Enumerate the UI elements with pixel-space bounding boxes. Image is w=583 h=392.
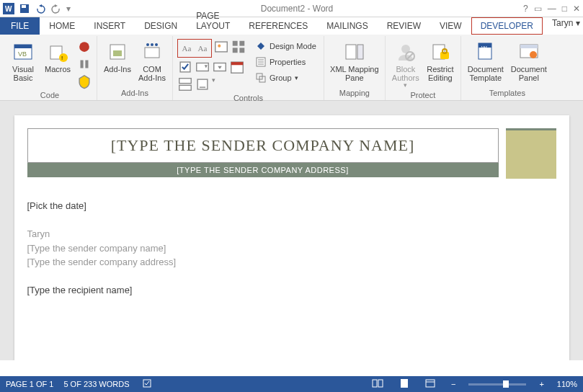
addins-button[interactable]: Add-Ins <box>102 39 133 74</box>
read-mode-button[interactable] <box>369 378 386 390</box>
zoom-level[interactable]: 110% <box>557 380 577 388</box>
web-layout-button[interactable] <box>422 378 438 390</box>
tab-view[interactable]: VIEW <box>430 17 471 35</box>
svg-text:!: ! <box>61 55 63 61</box>
svg-rect-14 <box>113 50 122 56</box>
dropdown-control-button[interactable] <box>212 59 228 75</box>
svg-text:W: W <box>5 5 12 13</box>
svg-rect-40 <box>357 45 363 59</box>
com-addins-button[interactable]: COM Add-Ins <box>136 39 168 82</box>
ribbon: VB Visual Basic ! Macros Code Add-Ins <box>0 35 583 101</box>
author-field[interactable]: Taryn <box>27 227 556 241</box>
group-templates-label: Templates <box>489 87 525 100</box>
group-templates: W Document Template Document Panel Templ… <box>461 36 553 100</box>
tab-references[interactable]: REFERENCES <box>239 17 317 35</box>
date-picker-control-button[interactable] <box>229 59 245 75</box>
group-addins: Add-Ins COM Add-Ins Add-Ins <box>97 36 173 100</box>
repeating-section-control-button[interactable] <box>177 76 193 92</box>
svg-point-17 <box>151 43 153 46</box>
design-mode-button[interactable]: Design Mode <box>252 39 319 53</box>
help-icon[interactable]: ? <box>523 4 528 14</box>
tab-mailings[interactable]: MAILINGS <box>317 17 377 35</box>
zoom-slider[interactable] <box>468 383 526 386</box>
save-icon[interactable] <box>19 3 30 14</box>
group-protect: Block Authors ▾ Restrict Editing Protect <box>386 36 461 100</box>
document-template-button[interactable]: W Document Template <box>466 39 506 82</box>
date-field[interactable]: [Pick the date] <box>27 199 556 213</box>
group-code: VB Visual Basic ! Macros Code <box>3 36 97 100</box>
svg-point-18 <box>155 43 158 46</box>
plain-text-control-button[interactable]: Aa <box>195 40 210 56</box>
recipient-field[interactable]: [Type the recipient name] <box>27 283 556 298</box>
visual-basic-button[interactable]: VB Visual Basic <box>7 39 39 82</box>
svg-rect-30 <box>179 79 192 84</box>
ribbon-tabs: FILE HOME INSERT DESIGN PAGE LAYOUT REFE… <box>0 17 583 35</box>
document-panel-label: Document Panel <box>509 65 549 82</box>
com-addins-label: COM Add-Ins <box>136 65 168 82</box>
tab-page-layout[interactable]: PAGE LAYOUT <box>187 7 239 35</box>
user-name: Taryn <box>552 18 573 28</box>
checkbox-control-button[interactable] <box>177 59 193 75</box>
group-mapping: XML Mapping Pane Mapping <box>324 36 386 100</box>
print-layout-button[interactable] <box>396 378 412 390</box>
xml-mapping-pane-button[interactable]: XML Mapping Pane <box>329 39 380 82</box>
status-bar: PAGE 1 OF 1 5 OF 233 WORDS − + 110% <box>0 376 583 392</box>
title-bar: W ▾ Document2 - Word ? ▭ — □ ✕ <box>0 0 583 17</box>
restrict-editing-label: Restrict Editing <box>424 65 456 82</box>
macros-button[interactable]: ! Macros <box>42 39 74 74</box>
legacy-tools-button[interactable] <box>195 76 210 92</box>
company-address-field[interactable]: [TYPE THE SENDER COMPANY ADDRESS] <box>27 163 499 177</box>
user-menu[interactable]: Taryn ▾ <box>543 12 583 35</box>
svg-rect-12 <box>85 61 88 68</box>
page-indicator[interactable]: PAGE 1 OF 1 <box>6 380 53 388</box>
properties-label: Properties <box>270 58 306 66</box>
tab-developer[interactable]: DEVELOPER <box>471 17 543 35</box>
macros-label: Macros <box>45 65 71 74</box>
undo-icon[interactable] <box>35 3 46 14</box>
svg-rect-55 <box>378 380 383 387</box>
rich-text-control-button[interactable]: Aa <box>179 40 195 56</box>
group-button[interactable]: Group ▾ <box>252 71 319 85</box>
redo-icon[interactable] <box>50 3 62 14</box>
spell-check-icon[interactable] <box>140 378 156 390</box>
word-count[interactable]: 5 OF 233 WORDS <box>63 380 129 388</box>
group-controls: AaAa ▾ Design <box>173 36 324 100</box>
legacy-tools-dropdown[interactable]: ▾ <box>212 76 215 92</box>
properties-button[interactable]: Properties <box>252 55 319 69</box>
svg-rect-3 <box>22 5 26 8</box>
svg-rect-57 <box>426 380 435 387</box>
sender-company-field[interactable]: [Type the sender company name] <box>27 241 556 256</box>
word-app-icon: W <box>3 3 14 14</box>
xml-mapping-label: XML Mapping Pane <box>329 65 380 82</box>
zoom-out-button[interactable]: − <box>448 380 458 388</box>
block-authors-button[interactable]: Block Authors ▾ <box>390 39 422 89</box>
block-authors-label: Block Authors <box>390 65 422 82</box>
record-macro-button[interactable] <box>76 39 92 55</box>
pause-recording-button[interactable] <box>76 56 92 72</box>
combobox-control-button[interactable] <box>195 59 210 75</box>
tab-home[interactable]: HOME <box>40 17 84 35</box>
group-label: Group <box>270 74 292 82</box>
macro-security-button[interactable] <box>76 74 92 89</box>
group-protect-label: Protect <box>410 89 435 102</box>
zoom-in-button[interactable]: + <box>536 380 546 388</box>
tab-design[interactable]: DESIGN <box>135 17 187 35</box>
company-name-field[interactable]: [TYPE THE SENDER COMPANY NAME] <box>27 128 499 163</box>
svg-text:VB: VB <box>18 50 27 58</box>
logo-placeholder[interactable] <box>506 128 556 179</box>
tab-file[interactable]: FILE <box>0 17 40 35</box>
svg-rect-26 <box>197 63 209 71</box>
sender-address-field[interactable]: [Type the sender company address] <box>27 255 556 270</box>
building-block-control-button[interactable] <box>231 39 246 55</box>
picture-control-button[interactable] <box>213 39 229 55</box>
addins-label: Add-Ins <box>104 65 131 74</box>
tab-insert[interactable]: INSERT <box>84 17 135 35</box>
ribbon-display-icon[interactable]: ▭ <box>534 4 542 14</box>
tab-review[interactable]: REVIEW <box>378 17 430 35</box>
group-addins-label: Add-Ins <box>121 87 148 100</box>
document-area[interactable]: [TYPE THE SENDER COMPANY NAME] [TYPE THE… <box>0 101 583 360</box>
document-panel-button[interactable]: Document Panel <box>509 39 549 82</box>
page[interactable]: [TYPE THE SENDER COMPANY NAME] [TYPE THE… <box>14 115 569 360</box>
svg-rect-19 <box>215 42 228 52</box>
restrict-editing-button[interactable]: Restrict Editing <box>424 39 456 82</box>
